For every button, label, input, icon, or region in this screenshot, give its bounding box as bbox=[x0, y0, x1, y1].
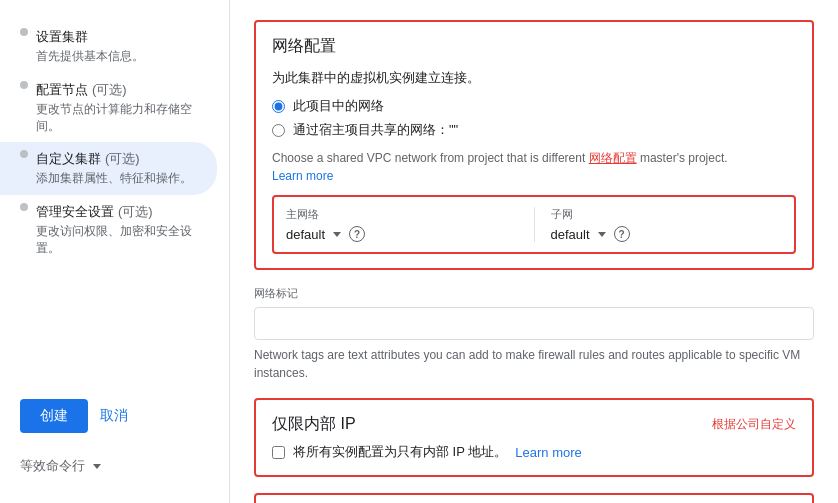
sidebar-dot-setup bbox=[20, 28, 28, 36]
network-fields: 主网络 default ? 子网 default ? bbox=[272, 195, 796, 254]
sidebar-item-desc-security: 更改访问权限、加密和安全设置。 bbox=[36, 223, 209, 257]
sidebar-dot-nodes bbox=[20, 81, 28, 89]
network-tag-section: 网络标记 Network tags are text attributes yo… bbox=[254, 286, 814, 382]
subnet-value: default bbox=[551, 227, 590, 242]
sidebar-content-security: 管理安全设置 (可选) 更改访问权限、加密和安全设置。 bbox=[36, 203, 209, 257]
internal-ip-label: 将所有实例配置为只有内部 IP 地址。 bbox=[293, 443, 507, 461]
company-custom-label: 根据公司自定义 bbox=[712, 416, 796, 433]
sidebar-item-setup-cluster[interactable]: 设置集群 首先提供基本信息。 bbox=[0, 20, 229, 73]
sidebar-content-setup: 设置集群 首先提供基本信息。 bbox=[36, 28, 144, 65]
sidebar-actions: 创建 取消 bbox=[0, 383, 229, 449]
radio-shared-vpc-label: 通过宿主项目共享的网络："" bbox=[293, 121, 458, 139]
radio-shared-vpc[interactable]: 通过宿主项目共享的网络："" bbox=[272, 121, 796, 139]
network-config-title: 网络配置 bbox=[272, 36, 796, 57]
create-button[interactable]: 创建 bbox=[20, 399, 88, 433]
sidebar-item-title-nodes: 配置节点 (可选) bbox=[36, 81, 209, 99]
metastore-section: Dataproc Metastore 将 Dataproc 配置为使用 Data… bbox=[254, 493, 814, 503]
internal-ip-learn-more[interactable]: Learn more bbox=[515, 445, 581, 460]
sidebar-item-desc-nodes: 更改节点的计算能力和存储空间。 bbox=[36, 101, 209, 135]
internal-ip-checkbox[interactable] bbox=[272, 446, 285, 459]
network-config-section: 网络配置 为此集群中的虚拟机实例建立连接。 此项目中的网络 通过宿主项目共享的网… bbox=[254, 20, 814, 270]
sidebar-item-title-customize: 自定义集群 (可选) bbox=[36, 150, 192, 168]
main-network-select[interactable]: default ? bbox=[286, 226, 518, 242]
sidebar-dot-customize bbox=[20, 150, 28, 158]
learn-more-link[interactable]: Learn more bbox=[272, 169, 333, 183]
internal-ip-header: 仅限内部 IP 根据公司自定义 bbox=[272, 414, 796, 435]
radio-shared-vpc-input[interactable] bbox=[272, 124, 285, 137]
subnet-arrow-icon bbox=[598, 232, 606, 237]
network-radio-group: 此项目中的网络 通过宿主项目共享的网络："" bbox=[272, 97, 796, 139]
sidebar-item-desc-setup: 首先提供基本信息。 bbox=[36, 48, 144, 65]
subnet-field: 子网 default ? bbox=[551, 207, 783, 242]
sidebar-item-configure-nodes[interactable]: 配置节点 (可选) 更改节点的计算能力和存储空间。 bbox=[0, 73, 229, 143]
sidebar-item-title-setup: 设置集群 bbox=[36, 28, 144, 46]
sidebar-dot-security bbox=[20, 203, 28, 211]
equivalent-command-label: 等效命令行 bbox=[20, 457, 85, 475]
network-tag-desc: Network tags are text attributes you can… bbox=[254, 346, 814, 382]
fields-divider bbox=[534, 207, 535, 242]
internal-ip-title: 仅限内部 IP bbox=[272, 414, 356, 435]
network-highlight-link[interactable]: 网络配置 bbox=[589, 151, 637, 165]
chevron-down-icon bbox=[93, 464, 101, 469]
network-description: 为此集群中的虚拟机实例建立连接。 bbox=[272, 69, 796, 87]
radio-this-project[interactable]: 此项目中的网络 bbox=[272, 97, 796, 115]
network-tag-label: 网络标记 bbox=[254, 286, 814, 301]
sidebar-item-customize-cluster[interactable]: 自定义集群 (可选) 添加集群属性、特征和操作。 bbox=[0, 142, 217, 195]
sidebar-content-customize: 自定义集群 (可选) 添加集群属性、特征和操作。 bbox=[36, 150, 192, 187]
network-info-text: Choose a shared VPC network from project… bbox=[272, 149, 796, 185]
main-network-arrow-icon bbox=[333, 232, 341, 237]
internal-ip-checkbox-row[interactable]: 将所有实例配置为只有内部 IP 地址。 Learn more bbox=[272, 443, 796, 461]
sidebar-item-manage-security[interactable]: 管理安全设置 (可选) 更改访问权限、加密和安全设置。 bbox=[0, 195, 229, 265]
main-network-field: 主网络 default ? bbox=[286, 207, 518, 242]
sidebar-content-nodes: 配置节点 (可选) 更改节点的计算能力和存储空间。 bbox=[36, 81, 209, 135]
subnet-select[interactable]: default ? bbox=[551, 226, 783, 242]
radio-this-project-label: 此项目中的网络 bbox=[293, 97, 384, 115]
subnet-label: 子网 bbox=[551, 207, 783, 222]
main-network-label: 主网络 bbox=[286, 207, 518, 222]
network-tag-input[interactable] bbox=[254, 307, 814, 340]
main-network-help-icon[interactable]: ? bbox=[349, 226, 365, 242]
main-content: 网络配置 为此集群中的虚拟机实例建立连接。 此项目中的网络 通过宿主项目共享的网… bbox=[230, 0, 838, 503]
sidebar-footer[interactable]: 等效命令行 bbox=[0, 449, 229, 483]
sidebar-item-desc-customize: 添加集群属性、特征和操作。 bbox=[36, 170, 192, 187]
cancel-button[interactable]: 取消 bbox=[100, 407, 128, 425]
subnet-help-icon[interactable]: ? bbox=[614, 226, 630, 242]
sidebar: 设置集群 首先提供基本信息。 配置节点 (可选) 更改节点的计算能力和存储空间。… bbox=[0, 0, 230, 503]
sidebar-item-title-security: 管理安全设置 (可选) bbox=[36, 203, 209, 221]
radio-this-project-input[interactable] bbox=[272, 100, 285, 113]
internal-ip-section: 仅限内部 IP 根据公司自定义 将所有实例配置为只有内部 IP 地址。 Lear… bbox=[254, 398, 814, 477]
main-network-value: default bbox=[286, 227, 325, 242]
